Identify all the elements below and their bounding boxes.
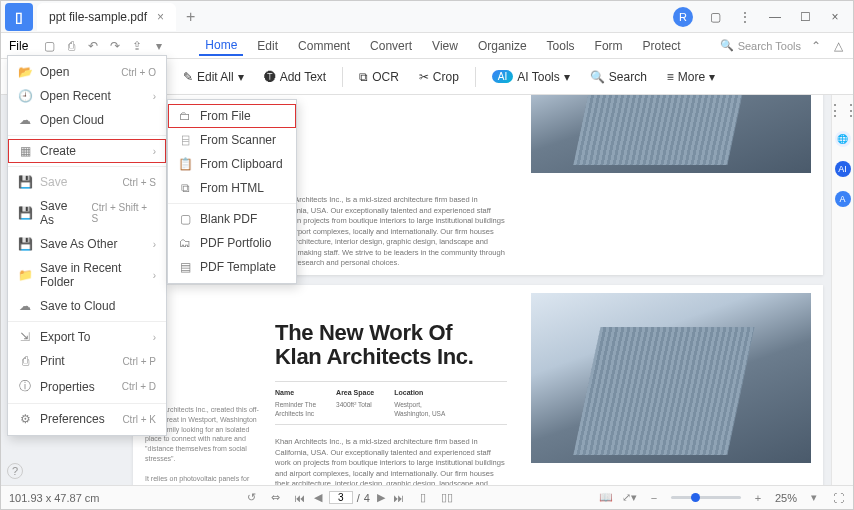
- tools-search[interactable]: 🔍 Search Tools: [720, 39, 801, 52]
- add-text-button[interactable]: 🅣 Add Text: [260, 68, 330, 86]
- save-as-icon: 💾: [18, 206, 32, 220]
- single-page-icon[interactable]: ▯: [416, 491, 430, 505]
- building-image: [531, 95, 811, 173]
- menu-preferences[interactable]: ⚙PreferencesCtrl + K: [8, 407, 166, 431]
- window-menu-icon[interactable]: ⋮: [737, 9, 753, 25]
- tab-convert[interactable]: Convert: [364, 37, 418, 55]
- reflow-icon[interactable]: ↺: [245, 491, 259, 505]
- read-mode-icon[interactable]: 📖: [599, 491, 613, 505]
- maximize-icon[interactable]: ☐: [797, 9, 813, 25]
- gear-icon: ⚙: [18, 412, 32, 426]
- mid-col: The New Work Of Klan Architects Inc. Nam…: [275, 321, 507, 485]
- tab-view[interactable]: View: [426, 37, 464, 55]
- page-total: 4: [364, 492, 370, 504]
- submenu-from-html[interactable]: ⧉From HTML: [168, 176, 296, 200]
- submenu-pdf-portfolio[interactable]: 🗂PDF Portfolio: [168, 231, 296, 255]
- divider: [342, 67, 343, 87]
- tab-comment[interactable]: Comment: [292, 37, 356, 55]
- folder-icon: 📁: [18, 268, 32, 282]
- file-menu[interactable]: File: [9, 39, 28, 53]
- tab-tools[interactable]: Tools: [541, 37, 581, 55]
- sidebar-toggle-icon[interactable]: ⋮⋮: [836, 103, 850, 117]
- html-icon: ⧉: [178, 181, 192, 195]
- menu-save-recent-folder[interactable]: 📁Save in Recent Folder›: [8, 256, 166, 294]
- document-tab[interactable]: ppt file-sample.pdf ×: [37, 3, 176, 31]
- assistant-icon[interactable]: A: [835, 191, 851, 207]
- page-nav: ⏮ ◀ /4 ▶ ⏭: [293, 491, 406, 505]
- prev-page-icon[interactable]: ◀: [311, 491, 325, 505]
- menu-properties[interactable]: ⓘPropertiesCtrl + D: [8, 373, 166, 400]
- tab-organize[interactable]: Organize: [472, 37, 533, 55]
- print-icon[interactable]: ⎙: [64, 39, 78, 53]
- save-icon: 💾: [18, 175, 32, 189]
- submenu-from-scanner[interactable]: ⌸From Scanner: [168, 128, 296, 152]
- user-avatar[interactable]: R: [673, 7, 693, 27]
- ai-tools-button[interactable]: AI AI Tools▾: [488, 68, 574, 86]
- tab-protect[interactable]: Protect: [637, 37, 687, 55]
- folder-open-icon: 📂: [18, 65, 32, 79]
- fullscreen-icon[interactable]: ⛶: [831, 491, 845, 505]
- print-icon: ⎙: [18, 354, 32, 368]
- tab-home[interactable]: Home: [199, 36, 243, 56]
- search-icon: 🔍: [720, 39, 734, 52]
- page-input[interactable]: [329, 491, 353, 504]
- menu-open[interactable]: 📂OpenCtrl + O: [8, 60, 166, 84]
- ocr-button[interactable]: ⧉ OCR: [355, 68, 403, 86]
- edit-all-button[interactable]: ✎ Edit All▾: [179, 68, 248, 86]
- close-icon[interactable]: ×: [827, 9, 843, 25]
- tab-close-icon[interactable]: ×: [157, 10, 164, 24]
- zoom-slider[interactable]: [671, 496, 741, 499]
- help-icon[interactable]: ?: [7, 463, 23, 479]
- submenu-from-file[interactable]: 🗀From File: [168, 104, 296, 128]
- pdf-page-3: Khan Architects Inc., created this off-g…: [133, 285, 823, 485]
- menu-open-cloud[interactable]: ☁Open Cloud: [8, 108, 166, 132]
- undo-icon[interactable]: ↶: [86, 39, 100, 53]
- minimize-icon[interactable]: —: [767, 9, 783, 25]
- submenu-blank-pdf[interactable]: ▢Blank PDF: [168, 207, 296, 231]
- scanner-icon: ⌸: [178, 133, 192, 147]
- fit-width-icon[interactable]: ⇔: [269, 491, 283, 505]
- more-button[interactable]: ≡ More▾: [663, 68, 719, 86]
- titlebar: ▯ ppt file-sample.pdf × + R ▢ ⋮ — ☐ ×: [1, 1, 853, 33]
- search-button[interactable]: 🔍 Search: [586, 68, 651, 86]
- expand-icon[interactable]: △: [831, 39, 845, 53]
- last-page-icon[interactable]: ⏭: [392, 491, 406, 505]
- template-icon: ▤: [178, 260, 192, 274]
- zoom-out-icon[interactable]: −: [647, 491, 661, 505]
- doc-heading-1: The New Work Of: [275, 321, 507, 345]
- collapse-ribbon-icon[interactable]: ⌃: [809, 39, 823, 53]
- share-icon[interactable]: ⇪: [130, 39, 144, 53]
- menu-save-as-other[interactable]: 💾Save As Other›: [8, 232, 166, 256]
- window-panel-icon[interactable]: ▢: [707, 9, 723, 25]
- first-page-icon[interactable]: ⏮: [293, 491, 307, 505]
- translate-icon[interactable]: 🌐: [835, 131, 851, 147]
- menu-print[interactable]: ⎙PrintCtrl + P: [8, 349, 166, 373]
- menu-export-to[interactable]: ⇲Export To›: [8, 325, 166, 349]
- submenu-pdf-template[interactable]: ▤PDF Template: [168, 255, 296, 279]
- tools-search-placeholder: Search Tools: [738, 40, 801, 52]
- redo-icon[interactable]: ↷: [108, 39, 122, 53]
- save-icon[interactable]: ▢: [42, 39, 56, 53]
- submenu-from-clipboard[interactable]: 📋From Clipboard: [168, 152, 296, 176]
- chevron-down-icon[interactable]: ▾: [152, 39, 166, 53]
- fit-page-icon[interactable]: ⤢▾: [623, 491, 637, 505]
- zoom-in-icon[interactable]: +: [751, 491, 765, 505]
- create-submenu: 🗀From File ⌸From Scanner 📋From Clipboard…: [167, 99, 297, 284]
- next-page-icon[interactable]: ▶: [374, 491, 388, 505]
- menu-open-recent[interactable]: 🕘Open Recent›: [8, 84, 166, 108]
- crop-button[interactable]: ✂ Crop: [415, 68, 463, 86]
- menu-save-cloud[interactable]: ☁Save to Cloud: [8, 294, 166, 318]
- export-icon: ⇲: [18, 330, 32, 344]
- tab-form[interactable]: Form: [589, 37, 629, 55]
- cloud-up-icon: ☁: [18, 299, 32, 313]
- new-tab-button[interactable]: +: [176, 8, 205, 26]
- zoom-percent[interactable]: 25%: [775, 492, 797, 504]
- file-icon: 🗀: [178, 109, 192, 123]
- menu-create[interactable]: ▦Create›: [8, 139, 166, 163]
- mid-col-text: Khan Architects Inc., is a mid-sized arc…: [275, 195, 507, 269]
- menu-save-as[interactable]: 💾Save AsCtrl + Shift + S: [8, 194, 166, 232]
- two-page-icon[interactable]: ▯▯: [440, 491, 454, 505]
- ai-panel-icon[interactable]: AI: [835, 161, 851, 177]
- tab-edit[interactable]: Edit: [251, 37, 284, 55]
- cloud-icon: ☁: [18, 113, 32, 127]
